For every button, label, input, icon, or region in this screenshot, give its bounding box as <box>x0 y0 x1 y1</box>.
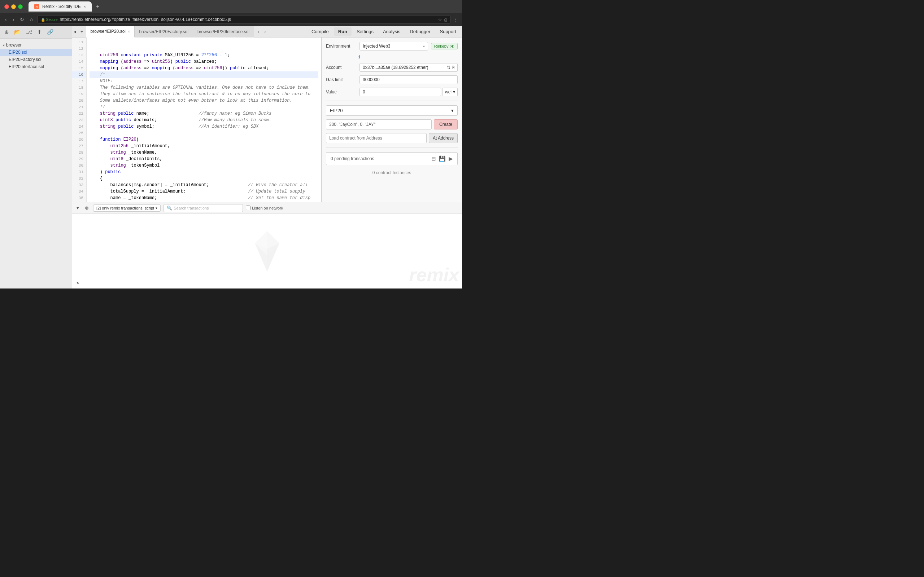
code-line-31: ) public <box>89 169 318 175</box>
value-unit-select[interactable]: wei ▾ <box>443 88 458 96</box>
compile-button[interactable]: Compile <box>307 27 333 36</box>
cast-icon[interactable]: ⎙ <box>444 17 447 23</box>
listen-on-network-checkbox[interactable] <box>246 206 250 210</box>
environment-value: Injected Web3 <box>363 44 391 49</box>
collapse-console-button[interactable]: ▾ <box>75 205 81 211</box>
browser-folder[interactable]: ▾ browser <box>0 42 72 49</box>
pause-icon[interactable]: ⊟ <box>431 155 436 162</box>
env-arrow-icon: ▾ <box>423 44 425 48</box>
environment-select[interactable]: Injected Web3 ▾ <box>360 42 428 50</box>
run-button[interactable]: Run <box>334 27 352 36</box>
browser-tab[interactable]: R Remix - Solidity IDE × <box>29 2 92 11</box>
folder-arrow: ▾ <box>3 43 5 47</box>
next-tab-button[interactable]: › <box>262 26 268 37</box>
ln-33: 33 <box>72 182 86 188</box>
environment-control: Injected Web3 ▾ <box>360 42 428 50</box>
ln-31: 31 <box>72 169 86 175</box>
value-unit-arrow: ▾ <box>453 89 455 95</box>
ln-29: 29 <box>72 156 86 162</box>
settings-button[interactable]: Settings <box>352 27 378 36</box>
ln-21: 21 <box>72 104 86 110</box>
copy-account-icon[interactable]: ⎘ <box>452 65 454 70</box>
search-input[interactable]: Search transactions <box>174 206 208 210</box>
url-text[interactable]: https://remix.ethereum.org/#optimize=fal… <box>60 17 231 22</box>
account-select-icon[interactable]: ⇅ <box>447 65 451 70</box>
create-button[interactable]: Create <box>434 119 458 129</box>
maximize-window-button[interactable] <box>18 4 23 9</box>
forward-button[interactable]: › <box>11 15 16 24</box>
app: ⊕ 📂 ⎇ ⬆ 🔗 ▾ browser EIP20.sol EIP20Facto… <box>0 26 462 288</box>
address-box[interactable]: 🔒 Secure https://remix.ethereum.org/#opt… <box>37 15 451 24</box>
new-tab-button[interactable]: + <box>93 2 102 11</box>
environment-label: Environment <box>326 44 357 49</box>
open-file-button[interactable]: 📂 <box>13 28 23 36</box>
new-file-button[interactable]: ⊕ <box>3 28 10 36</box>
file-eip20factory[interactable]: EIP20Factory.sol <box>0 56 72 63</box>
add-file-button[interactable]: + <box>79 26 85 37</box>
ln-26: 26 <box>72 136 86 143</box>
ln-14: 14 <box>72 58 86 65</box>
tab-eip20[interactable]: browser/EIP20.sol × <box>86 26 135 37</box>
debugger-button[interactable]: Debugger <box>405 27 435 36</box>
editor-area: 11 12 13 14 15 16 17 18 19 20 21 22 23 2… <box>72 37 462 202</box>
environment-row: Environment Injected Web3 ▾ Rinkeby (4) <box>326 42 458 50</box>
ln-13: 13 <box>72 52 86 58</box>
tab-nav-arrows: ‹ › <box>255 26 268 37</box>
link-button[interactable]: 🔗 <box>45 28 55 36</box>
home-button[interactable]: ⌂ <box>29 15 34 24</box>
sidebar: ⊕ 📂 ⎇ ⬆ 🔗 ▾ browser EIP20.sol EIP20Facto… <box>0 26 72 288</box>
minimize-window-button[interactable] <box>11 4 16 9</box>
sidebar-collapse-button[interactable]: ◂ <box>72 26 78 37</box>
value-input[interactable] <box>360 88 441 96</box>
close-window-button[interactable] <box>4 4 9 9</box>
address-icons: ☆ ⎙ <box>438 17 447 23</box>
load-contract-input[interactable] <box>326 133 426 143</box>
analysis-button[interactable]: Analysis <box>379 27 405 36</box>
folder-label: browser <box>6 43 22 48</box>
contract-selector[interactable]: EIP20 ▾ <box>326 105 458 116</box>
close-tab-button[interactable]: × <box>84 4 86 9</box>
lock-icon: 🔒 <box>41 18 45 22</box>
star-icon[interactable]: ☆ <box>438 17 442 23</box>
code-editor[interactable]: 11 12 13 14 15 16 17 18 19 20 21 22 23 2… <box>72 37 321 202</box>
tx-filter-dropdown[interactable]: [2] only remix transactions, script ▾ <box>93 205 161 212</box>
back-button[interactable]: ‹ <box>3 15 8 24</box>
extensions-icon[interactable]: ⋮ <box>453 16 459 23</box>
file-eip20[interactable]: EIP20.sol <box>0 49 72 56</box>
close-eip20-tab[interactable]: × <box>128 29 130 34</box>
deploy-args-input[interactable] <box>326 119 432 129</box>
gas-limit-input[interactable]: 3000000 <box>360 76 458 84</box>
code-line-19: They allow one to customise the token co… <box>89 91 318 97</box>
support-button[interactable]: Support <box>435 27 460 36</box>
file-eip20interface[interactable]: EIP20Interface.sol <box>0 63 72 70</box>
deploy-row: Create <box>326 119 458 129</box>
secure-badge: 🔒 Secure <box>41 18 58 22</box>
tab-eip20interface[interactable]: browser/EIP20Interface.sol <box>193 26 254 37</box>
publish-button[interactable]: ⬆ <box>36 28 43 36</box>
console-area: > remix <box>72 214 462 288</box>
ln-35: 35 <box>72 195 86 201</box>
save-icon[interactable]: 💾 <box>439 155 446 162</box>
tab-eip20factory[interactable]: browser/EIP20Factory.sol <box>135 26 193 37</box>
code-line-26: function EIP20( <box>89 136 318 143</box>
code-line-22: string public name; //fancy name: eg Sim… <box>89 110 318 117</box>
git-button[interactable]: ⎇ <box>24 28 34 36</box>
account-input[interactable]: 0x37b...a35ae (18.6929252 ether) ⇅ ⎘ <box>360 63 458 72</box>
file-eip20interface-label: EIP20Interface.sol <box>9 64 44 69</box>
code-line-25 <box>89 130 318 136</box>
code-line-23: uint8 public decimals; //How many decima… <box>89 117 318 123</box>
at-address-button[interactable]: At Address <box>429 133 458 143</box>
prev-tab-button[interactable]: ‹ <box>255 26 261 37</box>
environment-info-icon[interactable]: ℹ <box>359 55 360 60</box>
code-line-30: string _tokenSymbol <box>89 162 318 169</box>
code-line-12 <box>89 45 318 52</box>
code-line-13: uint256 constant private MAX_UINT256 = 2… <box>89 52 318 58</box>
refresh-button[interactable]: ↻ <box>18 15 26 24</box>
code-line-33: balances[msg.sender] = _initialAmount; /… <box>89 182 318 188</box>
code-line-15: mapping (address => mapping (address => … <box>89 65 318 71</box>
code-line-35: name = _tokenName; // Set the name for d… <box>89 195 318 201</box>
play-icon[interactable]: ▶ <box>449 155 453 162</box>
clear-console-button[interactable]: ⊗ <box>83 205 90 211</box>
listen-label: Listen on network <box>252 206 283 210</box>
ln-20: 20 <box>72 97 86 104</box>
